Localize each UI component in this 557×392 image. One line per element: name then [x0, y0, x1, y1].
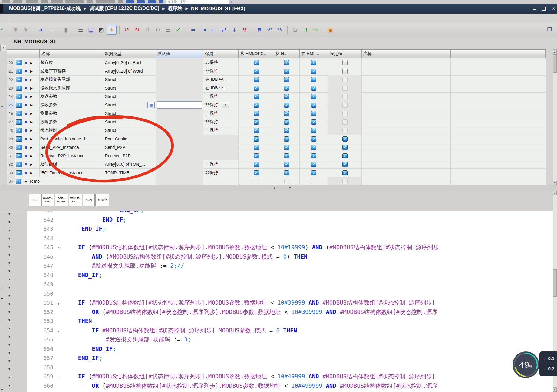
section-label[interactable]: Temp: [29, 179, 40, 184]
var-name-cell[interactable]: 故障参数: [40, 118, 103, 126]
scl-code-editor[interactable]: 641 END_IF;642 END_IF;643 END_IF;644 645…: [27, 211, 553, 392]
default-value-input[interactable]: [157, 101, 202, 109]
col-header-2[interactable]: 数据类型: [103, 50, 156, 58]
rail-dropdown-icon[interactable]: ▼: [8, 376, 11, 379]
hmi-visible-checkbox[interactable]: ✔: [311, 94, 316, 99]
var-type-cell[interactable]: Port_Config: [103, 135, 156, 143]
retain-cell[interactable]: 在 IDB 中...: [203, 84, 239, 92]
var-name-cell[interactable]: 延时数组: [40, 160, 103, 168]
open-block-icon[interactable]: ➔: [36, 25, 45, 34]
breadcrumb-item[interactable]: MODBUS轮训|_PTP0216-成功晚: [9, 5, 81, 12]
memory-badge[interactable]: 49%: [512, 351, 539, 378]
col-header-6[interactable]: 从 H...: [274, 50, 300, 58]
goto-line-icon[interactable]: ↧: [230, 25, 239, 34]
hmi-accessible-checkbox[interactable]: ✔: [254, 153, 259, 158]
comment-cell[interactable]: [362, 75, 451, 84]
hmi-writable-checkbox[interactable]: ✔: [284, 119, 289, 125]
var-name-cell[interactable]: 状态控制: [40, 126, 103, 135]
var-name-cell[interactable]: IEC_Timer_0_Instance: [40, 168, 103, 177]
retain-cell[interactable]: 非保持: [203, 58, 239, 67]
rail-dropdown-icon[interactable]: ▼: [8, 327, 11, 330]
copy-snapshot-icon[interactable]: ↺: [143, 25, 152, 34]
table-row[interactable]: 34◄▶Temp: [7, 177, 546, 186]
table-row[interactable]: 31◄▶Receive_P2P_InstanceReceive_P2P✔✔✔✔: [7, 152, 546, 160]
hmi-accessible-checkbox[interactable]: ✔: [254, 170, 259, 175]
table-row[interactable]: 22◄▶发送报文头尾部Struct在 IDB 中...✔✔✔: [7, 75, 546, 84]
hmi-writable-checkbox[interactable]: ✔: [284, 86, 289, 91]
snippet-if[interactable]: IF...: [29, 194, 41, 206]
rail-dropdown-icon[interactable]: ▼: [8, 294, 11, 297]
db-structure-icon[interactable]: ▤: [86, 25, 95, 34]
type-picker-button[interactable]: ▦: [147, 102, 155, 108]
expand-caret-icon[interactable]: ▶: [30, 87, 33, 90]
var-name-cell[interactable]: 接收参数: [40, 101, 103, 109]
pause-icon[interactable]: ‖: [231, 0, 232, 4]
var-type-cell[interactable]: Array[0..6] of TON_...: [103, 160, 156, 168]
var-name-cell[interactable]: 接收报文头尾部: [40, 84, 103, 92]
table-row[interactable]: 24◄▶发送参数Struct非保持✔✔✔: [7, 92, 546, 101]
hmi-writable-checkbox[interactable]: ✔: [284, 136, 289, 142]
table-row[interactable]: 27◄▶故障参数Struct非保持✔✔✔: [7, 118, 546, 126]
splitter-down-icon[interactable]: ▼: [288, 186, 291, 189]
expand-caret-icon[interactable]: ▶: [25, 180, 27, 183]
var-type-cell[interactable]: Struct: [103, 118, 156, 126]
hmi-visible-checkbox[interactable]: ✔: [311, 86, 316, 91]
setpoint-checkbox[interactable]: ✔: [342, 145, 348, 150]
monitor-all-icon[interactable]: ✶: [107, 25, 117, 35]
expand-caret-icon[interactable]: ▶: [30, 112, 33, 115]
split-editor-icon[interactable]: ⇉: [301, 25, 310, 34]
table-row[interactable]: 28◄▶状态控制Struct非保持✔✔✔: [7, 126, 546, 135]
col-header-9[interactable]: 注释: [362, 50, 451, 58]
rail-dropdown-icon[interactable]: ▼: [8, 302, 11, 305]
toolbar-icon-clipped[interactable]: [2, 0, 10, 3]
hmi-visible-checkbox[interactable]: ✔: [311, 77, 316, 82]
expand-caret-icon[interactable]: ▶: [30, 78, 33, 81]
hmi-visible-checkbox[interactable]: ✔: [311, 119, 316, 125]
edge-dropdown-icon[interactable]: ▼: [0, 388, 4, 391]
table-scroll-thumb[interactable]: [553, 54, 557, 73]
rail-dropdown-icon[interactable]: ▼: [8, 351, 11, 354]
comment-cell[interactable]: [362, 126, 451, 135]
breadcrumb-item[interactable]: 程序块: [168, 5, 183, 12]
var-type-cell[interactable]: Array[0..30] of Bool: [103, 58, 156, 67]
hmi-visible-checkbox[interactable]: ✔: [311, 69, 316, 74]
default-value-cell[interactable]: [156, 168, 203, 177]
table-row[interactable]: 25◄▶接收参数Struct▦非保持▼✔✔✔: [7, 101, 546, 109]
indent-left-icon[interactable]: ⇤: [209, 25, 218, 34]
default-value-cell[interactable]: [156, 126, 203, 135]
expand-caret-icon[interactable]: ▶: [30, 163, 33, 166]
col-header-4[interactable]: 保持: [203, 50, 239, 58]
minimize-button[interactable]: [532, 6, 537, 11]
default-value-cell[interactable]: [156, 177, 204, 185]
toolbar-icon-clipped[interactable]: [159, 0, 163, 3]
rail-dropdown-icon[interactable]: ▼: [8, 270, 11, 273]
default-value-cell[interactable]: [156, 109, 203, 118]
default-value-cell[interactable]: [156, 118, 203, 126]
rail-dropdown-icon[interactable]: ▼: [8, 384, 11, 387]
rail-dropdown-icon[interactable]: ▼: [8, 343, 11, 346]
pane-splitter[interactable]: ▲ ▼: [0, 185, 557, 191]
close-button[interactable]: ✕: [551, 6, 556, 11]
bookmark-new-icon[interactable]: ⚑: [255, 25, 264, 34]
hmi-writable-checkbox[interactable]: ✔: [284, 77, 289, 82]
var-type-cell[interactable]: TONR_TIME: [103, 168, 156, 177]
var-name-cell[interactable]: 发送报文头尾部: [40, 75, 103, 84]
table-rail-scroll-up[interactable]: ∧: [0, 45, 6, 51]
retain-cell[interactable]: 非保持: [203, 160, 239, 168]
toolbar-icon-clipped[interactable]: [148, 0, 156, 3]
table-scroll-down[interactable]: ▼: [553, 181, 557, 185]
comment-cell[interactable]: [362, 160, 451, 168]
breadcrumb-item[interactable]: NB_MODBUS_ST [FB3]: [191, 6, 245, 11]
outline-icon[interactable]: ☰: [76, 25, 85, 34]
hmi-visible-checkbox[interactable]: ✔: [311, 153, 316, 158]
comment-cell[interactable]: [362, 118, 451, 126]
table-scroll-up[interactable]: ▲: [553, 50, 557, 54]
default-value-cell[interactable]: [156, 152, 203, 160]
default-value-cell[interactable]: [156, 101, 203, 109]
toolbar-icon-clipped[interactable]: [26, 0, 38, 3]
col-header-7[interactable]: 在 HMI ...: [300, 50, 328, 58]
code-scroll-up[interactable]: ▲: [553, 191, 557, 195]
retain-cell[interactable]: [203, 152, 239, 160]
var-type-cell[interactable]: Receive_P2P: [103, 152, 156, 160]
retain-cell[interactable]: 非保持: [203, 118, 239, 126]
